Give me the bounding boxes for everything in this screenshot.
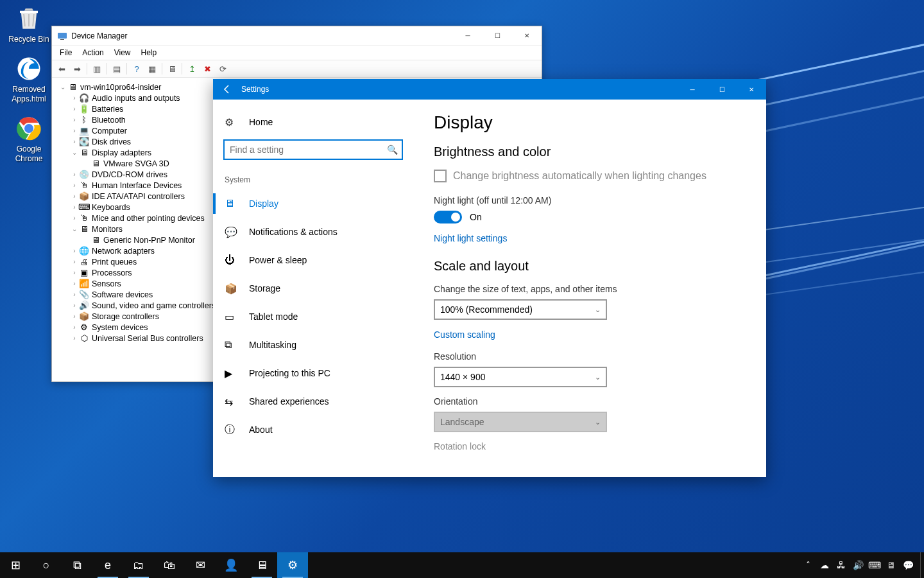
tree-expander-icon[interactable]: › bbox=[70, 116, 79, 123]
tree-node-label: Display adapters bbox=[92, 148, 151, 157]
taskbar-device-manager-task-button[interactable]: 🖥 bbox=[246, 552, 277, 578]
taskbar-people-button[interactable]: 👤 bbox=[216, 552, 246, 578]
tb-view-icon[interactable]: ▦ bbox=[145, 62, 159, 76]
settings-minimize-button[interactable]: ─ bbox=[678, 79, 707, 100]
tree-expander-icon[interactable]: › bbox=[70, 280, 79, 287]
tree-expander-icon[interactable]: › bbox=[70, 105, 79, 112]
taskbar: ⊞○⧉e🗂🛍✉👤🖥⚙ ˄☁🖧🔊⌨🖥💬 bbox=[0, 552, 924, 578]
night-light-settings-link[interactable]: Night light settings bbox=[434, 233, 507, 243]
tray-volume-button[interactable]: 🔊 bbox=[850, 552, 866, 578]
tray-onedrive-button[interactable]: ☁ bbox=[816, 552, 833, 578]
resolution-value: 924 × 578 bbox=[440, 372, 485, 382]
tray-network-button[interactable]: 🖧 bbox=[833, 552, 850, 578]
tray-ease-access-button[interactable]: 🖥 bbox=[883, 552, 900, 578]
tree-expander-icon[interactable]: › bbox=[70, 302, 79, 309]
nav-item-shared[interactable]: ⇆Shared experiences bbox=[213, 387, 413, 416]
show-desktop-button[interactable] bbox=[920, 552, 924, 578]
tree-expander-icon[interactable]: › bbox=[70, 269, 79, 276]
dm-maximize-button[interactable]: ☐ bbox=[483, 26, 512, 46]
dm-menu-help[interactable]: Help bbox=[136, 47, 162, 58]
system-icon: ⚙ bbox=[79, 322, 89, 333]
nav-home[interactable]: ⚙ Home bbox=[213, 109, 413, 136]
tree-expander-icon[interactable]: › bbox=[70, 94, 79, 101]
dm-minimize-button[interactable]: ─ bbox=[453, 26, 483, 46]
tb-uninstall-icon[interactable]: ✖ bbox=[200, 62, 214, 76]
orientation-combobox[interactable]: Landscape ⌄ bbox=[434, 412, 607, 432]
tb-forward-icon[interactable]: ➡ bbox=[70, 62, 84, 76]
tree-expander-icon[interactable]: › bbox=[70, 313, 79, 320]
night-light-state: On bbox=[470, 212, 482, 222]
tray-ime-button[interactable]: ⌨ bbox=[866, 552, 883, 578]
nav-item-power[interactable]: ⏻Power & sleep bbox=[213, 246, 413, 274]
tree-expander-icon[interactable]: › bbox=[70, 291, 79, 298]
tb-help-icon[interactable]: ? bbox=[130, 62, 144, 76]
tree-expander-icon[interactable]: ⌄ bbox=[58, 83, 67, 91]
tray-tray-overflow-button[interactable]: ˄ bbox=[800, 552, 816, 578]
taskbar-start-button[interactable]: ⊞ bbox=[0, 552, 31, 578]
storage-icon: 📦 bbox=[225, 283, 239, 295]
taskbar-mail-button[interactable]: ✉ bbox=[185, 552, 216, 578]
tree-expander-icon[interactable]: ⌄ bbox=[70, 149, 79, 156]
night-light-toggle[interactable] bbox=[434, 211, 462, 223]
tree-expander-icon[interactable]: ⌄ bbox=[70, 225, 79, 232]
nav-item-storage[interactable]: 📦Storage bbox=[213, 274, 413, 302]
desktop-icon-removed-apps[interactable]: Removed Apps.html bbox=[5, 55, 53, 103]
tree-node-label: Software devices bbox=[92, 290, 153, 299]
settings-search-input[interactable] bbox=[223, 139, 403, 160]
taskbar-store-button[interactable]: 🛍 bbox=[154, 552, 185, 578]
tb-back-icon[interactable]: ⬅ bbox=[55, 62, 69, 76]
auto-brightness-label: Change brightness automatically when lig… bbox=[453, 170, 706, 182]
battery-icon: 🔋 bbox=[79, 104, 89, 114]
dm-menu-action[interactable]: Action bbox=[77, 47, 108, 58]
taskbar-settings-task-button[interactable]: ⚙ bbox=[277, 552, 308, 578]
settings-nav: ⚙ Home 🔍 System 🖥Display💬Notifications &… bbox=[213, 100, 413, 477]
tb-show-hide-tree-icon[interactable]: ▥ bbox=[90, 62, 104, 76]
tree-expander-icon[interactable]: › bbox=[70, 258, 79, 265]
desktop-icon-recycle-bin[interactable]: Recycle Bin bbox=[5, 5, 53, 44]
dm-close-button[interactable]: ✕ bbox=[512, 26, 542, 46]
taskbar-task-view-button[interactable]: ⧉ bbox=[62, 552, 92, 578]
nav-item-label: Storage bbox=[249, 283, 280, 293]
tree-node-label: Monitors bbox=[92, 225, 123, 234]
tree-expander-icon[interactable]: › bbox=[70, 193, 79, 200]
tree-expander-icon[interactable]: › bbox=[70, 171, 79, 178]
settings-titlebar[interactable]: Settings ─ ☐ ✕ bbox=[213, 79, 766, 100]
tray-action-center-button[interactable]: 💬 bbox=[900, 552, 916, 578]
nav-item-about[interactable]: ⓘAbout bbox=[213, 416, 413, 444]
auto-brightness-checkbox[interactable]: Change brightness automatically when lig… bbox=[434, 170, 746, 182]
resolution-combobox[interactable]: 924 × 578 ⌄ bbox=[434, 367, 607, 387]
taskbar-file-explorer-button[interactable]: 🗂 bbox=[123, 552, 154, 578]
tree-expander-icon[interactable]: › bbox=[70, 335, 79, 342]
nav-item-label: Tablet mode bbox=[249, 311, 298, 322]
settings-back-button[interactable] bbox=[213, 79, 241, 100]
tree-node-label: vm-win10pro64-insider bbox=[80, 83, 161, 92]
settings-maximize-button[interactable]: ☐ bbox=[707, 79, 737, 100]
settings-close-button[interactable]: ✕ bbox=[737, 79, 766, 100]
nav-item-display[interactable]: 🖥Display bbox=[213, 189, 413, 218]
custom-scaling-link[interactable]: Custom scaling bbox=[434, 329, 495, 340]
tb-properties-icon[interactable]: ▤ bbox=[110, 62, 124, 76]
nav-item-projecting[interactable]: ▶Projecting to this PC bbox=[213, 359, 413, 387]
tree-expander-icon[interactable]: › bbox=[70, 138, 79, 145]
tb-update-driver-icon[interactable]: 🖥 bbox=[165, 62, 179, 76]
tree-expander-icon[interactable]: › bbox=[70, 324, 79, 331]
tree-expander-icon[interactable]: › bbox=[70, 182, 79, 189]
tree-expander-icon[interactable]: › bbox=[70, 127, 79, 134]
taskbar-cortana-button[interactable]: ○ bbox=[31, 552, 62, 578]
dm-titlebar[interactable]: Device Manager ─ ☐ ✕ bbox=[52, 26, 542, 46]
scale-combobox[interactable]: 100% (Recommended) ⌄ bbox=[434, 299, 607, 320]
tb-enable-icon[interactable]: ↥ bbox=[185, 62, 199, 76]
nav-item-tablet[interactable]: ▭Tablet mode bbox=[213, 302, 413, 331]
tree-node-label: Audio inputs and outputs bbox=[92, 94, 180, 103]
dm-menu-view[interactable]: View bbox=[109, 47, 136, 58]
taskbar-edge-button[interactable]: e bbox=[92, 552, 123, 578]
nav-item-notifications[interactable]: 💬Notifications & actions bbox=[213, 218, 413, 246]
resolution-label: Resolution bbox=[434, 351, 746, 362]
tree-node-label: Universal Serial Bus controllers bbox=[92, 334, 203, 343]
tree-expander-icon[interactable]: › bbox=[70, 215, 79, 222]
dm-menu-file[interactable]: File bbox=[55, 47, 77, 58]
tree-expander-icon[interactable]: › bbox=[70, 247, 79, 254]
nav-item-multitasking[interactable]: ⧉Multitasking bbox=[213, 331, 413, 359]
desktop-icon-chrome[interactable]: Google Chrome bbox=[5, 115, 53, 163]
tb-scan-icon[interactable]: ⟳ bbox=[216, 62, 230, 76]
